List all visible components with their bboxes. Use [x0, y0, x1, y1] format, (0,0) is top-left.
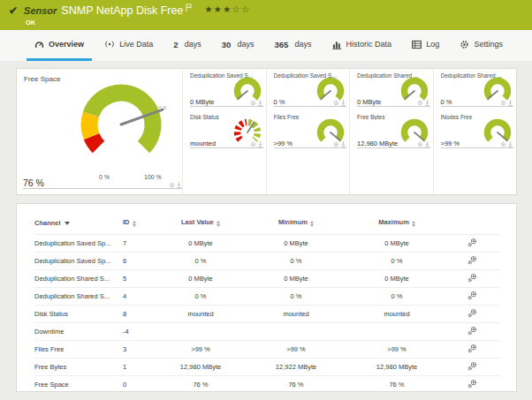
column-header-id[interactable]: ID: [123, 218, 158, 235]
column-header-minimum[interactable]: Minimum: [243, 218, 349, 235]
channel-settings-icon[interactable]: [467, 365, 477, 373]
column-label: Last Value: [181, 218, 214, 226]
gauge-card-disk-status[interactable]: Disk Statusmounted: [183, 110, 266, 152]
gauge-card-files-free[interactable]: Files Free>99 %: [267, 110, 350, 152]
channel-name[interactable]: Free Space: [34, 376, 123, 393]
gauge-card-deduplication-saved-s[interactable]: Deduplication Saved S...0 %: [267, 69, 350, 110]
gauge-card-deduplication-saved-s[interactable]: Deduplication Saved S...0 MByte: [183, 69, 266, 110]
channel-settings-icon[interactable]: [467, 382, 477, 390]
gauge-settings-icon[interactable]: [169, 176, 175, 192]
column-label: Maximum: [378, 218, 409, 226]
tab-overview[interactable]: Overview: [27, 30, 92, 61]
gauge-settings-icon[interactable]: [333, 135, 339, 151]
channel-settings-icon[interactable]: [467, 329, 477, 337]
channel-row-disk-status: Disk Status8mountedmountedmounted: [34, 306, 500, 323]
mini-gauge-grid: Deduplication Saved S...0 MByteDisk Stat…: [182, 69, 516, 194]
channel-name[interactable]: Disk Status: [34, 306, 123, 323]
maximum-value: 0 %: [349, 288, 445, 306]
tab-bar: OverviewLive Data2days30days365daysHisto…: [0, 30, 532, 61]
channel-name[interactable]: Deduplication Saved Sp...: [34, 253, 123, 270]
gauge-value: >99 %: [274, 140, 293, 147]
tab-label: days: [294, 40, 311, 49]
channel-name[interactable]: Deduplication Shared S...: [34, 270, 123, 288]
channel-settings-icon[interactable]: [467, 294, 477, 302]
last-value: 12,980 MByte: [158, 358, 243, 376]
gauge-corner-icons: [333, 94, 346, 109]
maximum-value: 76 %: [349, 376, 445, 393]
gauge-card-deduplication-shared[interactable]: Deduplication Shared ...0 MByte: [350, 69, 433, 110]
tab-live-data[interactable]: Live Data: [96, 30, 161, 61]
gauge-card-free-bytes[interactable]: Free Bytes12,980 MByte: [350, 110, 433, 152]
channel-id: 6: [123, 253, 158, 270]
pin-icon[interactable]: [258, 94, 262, 109]
minimum-value: 0 MByte: [243, 235, 349, 253]
tab-settings[interactable]: Settings: [452, 30, 511, 61]
tab-label: Settings: [474, 40, 503, 49]
channel-row-free-bytes: Free Bytes112,980 MByte12,922 MByte12,98…: [34, 358, 500, 376]
channel-name[interactable]: Deduplication Shared S...: [34, 288, 123, 306]
free-space-gauge: x: [66, 73, 178, 177]
channel-settings-icon[interactable]: [467, 347, 477, 355]
pin-icon[interactable]: [508, 94, 513, 109]
channel-row-files-free: Files Free3>99 %>99 %>99 %: [34, 341, 500, 358]
gauge-settings-icon[interactable]: [417, 135, 423, 151]
gauge-card-inodes-free[interactable]: INodes Free>99 %: [434, 110, 517, 152]
last-value: 0 %: [158, 253, 243, 270]
gear-icon: [460, 40, 469, 49]
tab-historic-data[interactable]: Historic Data: [324, 30, 400, 61]
gauge-settings-icon[interactable]: [250, 94, 256, 109]
tab-number: 30: [222, 40, 232, 49]
gauge-corner-icons: [333, 135, 346, 151]
channel-name[interactable]: Files Free: [34, 341, 123, 358]
mini-gauge-column: Deduplication Saved S...0 MByteDisk Stat…: [182, 69, 266, 194]
main-gauge-card-free-space[interactable]: Free Space x 0 % 100 % 76 %: [17, 69, 182, 194]
gauge-settings-icon[interactable]: [500, 135, 506, 151]
status-badge: OK: [26, 19, 35, 26]
pin-icon[interactable]: [425, 94, 429, 109]
gauge-card-deduplication-shared[interactable]: Deduplication Shared ...0 %: [434, 69, 517, 110]
last-value: 0 MByte: [158, 235, 243, 253]
channel-settings-cell: [445, 358, 500, 376]
channel-settings-icon[interactable]: [467, 276, 477, 284]
gauge-settings-icon[interactable]: [250, 135, 256, 151]
pin-icon[interactable]: [258, 135, 262, 151]
last-value: mounted: [158, 306, 243, 323]
channel-name[interactable]: Downtime: [34, 323, 123, 341]
gauge-corner-icons: [500, 94, 513, 109]
priority-stars[interactable]: ★★★☆☆: [204, 4, 250, 14]
channel-settings-cell: [445, 323, 500, 341]
tab-365-days[interactable]: 365days: [267, 30, 320, 61]
tab-label: Overview: [49, 40, 84, 49]
channel-settings-cell: [445, 253, 500, 270]
tab-2-days[interactable]: 2days: [165, 30, 209, 61]
channel-id: 0: [123, 376, 158, 393]
pin-icon[interactable]: [341, 135, 346, 151]
pin-icon[interactable]: [177, 176, 181, 192]
overview-content: Free Space x 0 % 100 % 76 % Deduplicatio…: [0, 61, 532, 392]
channel-name[interactable]: Free Bytes: [34, 358, 123, 376]
column-header-channel[interactable]: Channel: [34, 218, 123, 235]
gauge-settings-icon[interactable]: [500, 94, 506, 109]
tab-log[interactable]: Log: [404, 30, 447, 61]
channel-settings-icon[interactable]: [467, 241, 477, 249]
pin-icon[interactable]: [341, 94, 346, 109]
tab-30-days[interactable]: 30days: [214, 30, 262, 61]
svg-text:x: x: [163, 104, 167, 110]
minimum-value: 0 %: [243, 288, 349, 306]
maximum-value: 12,980 MByte: [349, 358, 445, 376]
gauge-settings-icon[interactable]: [417, 94, 423, 109]
gauge-value: 12,980 MByte: [357, 140, 398, 147]
mini-gauge-column: Deduplication Shared ...0 %INodes Free>9…: [433, 69, 517, 194]
channel-settings-icon[interactable]: [467, 312, 477, 320]
sort-desc-icon: [65, 222, 70, 225]
channel-id: 7: [123, 235, 158, 253]
pin-icon[interactable]: [425, 135, 429, 151]
channel-settings-icon[interactable]: [467, 259, 477, 267]
sort-icon: [310, 221, 314, 227]
gauge-value: 0 MByte: [357, 98, 382, 106]
column-header-last-value[interactable]: Last Value: [158, 218, 243, 235]
channel-name[interactable]: Deduplication Saved Sp...: [34, 235, 123, 253]
pin-icon[interactable]: [508, 135, 513, 151]
gauge-settings-icon[interactable]: [333, 94, 339, 109]
column-header-maximum[interactable]: Maximum: [349, 218, 445, 235]
